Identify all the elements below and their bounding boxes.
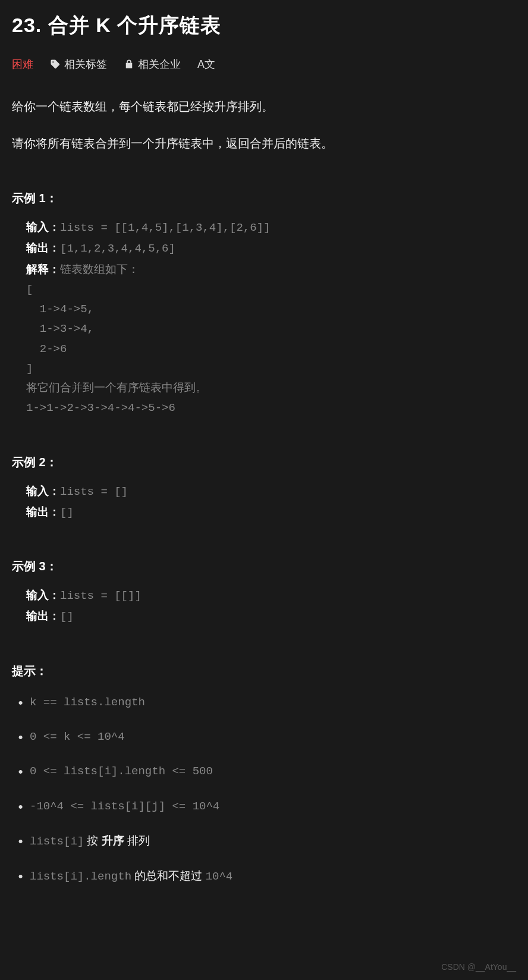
example-1-explain-intro: 链表数组如下： <box>60 263 139 277</box>
translate-icon: A文 <box>197 57 215 71</box>
input-label: 输入： <box>26 485 60 497</box>
example-2: 输入：lists = [] 输出：[] <box>12 481 516 523</box>
input-label: 输入： <box>26 221 60 233</box>
description: 给你一个链表数组，每个链表都已经按升序排列。 请你将所有链表合并到一个升序链表中… <box>12 95 516 155</box>
example-2-input: lists = [] <box>60 485 128 498</box>
lock-icon <box>124 59 134 70</box>
example-3-label: 示例 3： <box>12 558 516 574</box>
input-label: 输入： <box>26 589 60 601</box>
tags-label: 相关标签 <box>64 57 107 71</box>
example-1-input: lists = [[1,4,5],[1,3,4],[2,6]] <box>60 221 270 234</box>
hint-item: lists[i] 按 升序 排列 <box>14 832 516 850</box>
hint-item: 0 <= lists[i].length <= 500 <box>14 762 516 780</box>
example-1-output: [1,1,2,3,4,4,5,6] <box>60 242 175 255</box>
example-3: 输入：lists = [[]] 输出：[] <box>12 585 516 627</box>
hint-item: k == lists.length <box>14 693 516 711</box>
company-label: 相关企业 <box>138 57 181 71</box>
hint-item: -10^4 <= lists[i][j] <= 10^4 <box>14 797 516 815</box>
example-2-output: [] <box>60 506 74 519</box>
example-2-label: 示例 2： <box>12 454 516 470</box>
tags-link[interactable]: 相关标签 <box>50 57 107 71</box>
example-1-explain-body: [ 1->4->5, 1->3->4, 2->6 ] 将它们合并到一个有序链表中… <box>26 283 207 415</box>
hints-label: 提示： <box>12 663 516 679</box>
watermark: CSDN @__AtYou__ <box>441 962 516 972</box>
explain-label: 解释： <box>26 263 60 275</box>
output-label: 输出： <box>26 241 60 254</box>
company-link[interactable]: 相关企业 <box>124 57 181 71</box>
hint-item: 0 <= k <= 10^4 <box>14 728 516 746</box>
difficulty-badge: 困难 <box>12 57 33 71</box>
meta-row: 困难 相关标签 相关企业 A文 <box>12 57 516 71</box>
tag-icon <box>50 59 61 70</box>
example-1: 输入：lists = [[1,4,5],[1,3,4],[2,6]] 输出：[1… <box>12 217 516 419</box>
output-label: 输出： <box>26 505 60 518</box>
example-1-label: 示例 1： <box>12 190 516 206</box>
output-label: 输出： <box>26 610 60 622</box>
hints-section: k == lists.length 0 <= k <= 10^4 0 <= li… <box>12 693 516 886</box>
problem-title: 23. 合并 K 个升序链表 <box>12 12 516 39</box>
example-3-input: lists = [[]] <box>60 589 142 602</box>
desc-p1: 给你一个链表数组，每个链表都已经按升序排列。 <box>12 95 516 118</box>
desc-p2: 请你将所有链表合并到一个升序链表中，返回合并后的链表。 <box>12 132 516 155</box>
example-3-output: [] <box>60 610 74 623</box>
hint-item: lists[i].length 的总和不超过 10^4 <box>14 867 516 885</box>
lang-toggle[interactable]: A文 <box>197 57 215 71</box>
